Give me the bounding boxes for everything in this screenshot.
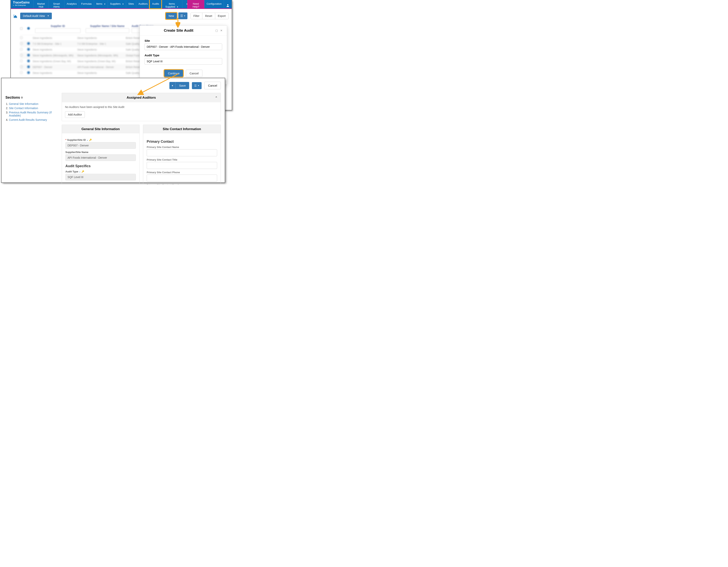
hamburger-icon: ☰ (180, 14, 183, 18)
dialog-title: Create Site Audit (143, 28, 214, 33)
nav-user-menu[interactable] (224, 0, 232, 8)
assigned-empty-text: No Auditors have been assigned to this S… (65, 105, 218, 108)
create-site-audit-dialog: Create Site Audit ▢ ✕ Site Audit Type Co… (140, 25, 227, 84)
primary-phone-field[interactable] (147, 174, 217, 181)
dialog-header: Create Site Audit ▢ ✕ (140, 26, 227, 36)
brand: TraceGains 1. SM Enterprise (11, 0, 33, 8)
detail-options-button[interactable]: ☰ ▼ (192, 82, 202, 89)
brand-name: TraceGains (13, 1, 31, 4)
caret-down-icon: ▼ (171, 84, 173, 87)
supplier-name-label: Supplier/Site Name (65, 151, 136, 154)
user-icon (226, 4, 230, 7)
nav-analytics[interactable]: Analytics (64, 0, 79, 8)
assigned-auditors-panel: Assigned Auditors ⌃ No Auditors have bee… (62, 93, 221, 121)
filter-supplier-id[interactable] (35, 28, 81, 33)
new-button-group: New (166, 13, 177, 19)
maximize-icon[interactable]: ▢ (214, 29, 219, 32)
nav-audits[interactable]: Audits (150, 0, 161, 8)
site-input[interactable] (145, 43, 222, 50)
chart-icon[interactable] (11, 13, 20, 18)
caret-down-icon: ▼ (177, 6, 178, 8)
reset-button[interactable]: Reset (202, 13, 215, 19)
nav-market-hub[interactable]: Market Hub (33, 0, 49, 8)
supplier-id-label: *Supplier/Site ID ⌄ 🔑 (65, 138, 136, 141)
detail-cancel-button[interactable]: Cancel (204, 82, 221, 89)
supplier-name-field[interactable] (65, 154, 136, 161)
nav-items[interactable]: Items▼ (94, 0, 108, 8)
detail-main: Assigned Auditors ⌃ No Auditors have bee… (62, 93, 221, 184)
nav-configuration[interactable]: Configuration (204, 0, 224, 8)
assigned-auditors-header[interactable]: Assigned Auditors ⌃ (62, 93, 221, 102)
top-nav: TraceGains 1. SM Enterprise Market Hub S… (11, 0, 232, 8)
annotation-arrow-1 (176, 17, 180, 28)
caret-down-icon: ▼ (47, 15, 49, 17)
key-icon: 🔑 (81, 170, 84, 173)
section-link-3[interactable]: Previous Audit Results Summary (If Avail… (9, 111, 58, 117)
primary-phone-label: Primary Site Contact Phone (147, 171, 217, 174)
primary-name-label: Primary Site Contact Name (147, 146, 217, 148)
nav-items-supplied[interactable]: Items Supplied▼ (161, 0, 182, 8)
nav-suppliers[interactable]: Suppliers▼ (108, 0, 126, 8)
primary-contact-heading: Primary Contact (147, 140, 217, 144)
nav-smart-alerts[interactable]: Smart Alerts (49, 0, 64, 8)
continue-button[interactable]: Continue (164, 70, 183, 77)
chevron-up-icon: ⌃ (215, 96, 218, 100)
brand-sub: 1. SM Enterprise (13, 4, 31, 6)
audits-toolbar: Default Audit View ▼ New ☰ ▼ Filter Rese… (11, 9, 232, 22)
default-view-button[interactable]: Default Audit View ▼ (20, 13, 52, 19)
site-contact-info-card: Site Contact Information Primary Contact… (143, 125, 221, 184)
audit-type-input[interactable] (145, 58, 222, 65)
general-site-info-header: General Site Information (62, 125, 139, 133)
nav-formulas[interactable]: Formulas (79, 0, 94, 8)
caret-down-icon: ▼ (122, 3, 124, 5)
svg-rect-2 (15, 15, 16, 17)
audit-type-label: Audit Type (145, 54, 222, 57)
chevron-down-icon[interactable]: ⌄ (79, 170, 81, 173)
sections-sidebar: Sections ⚙ General Site Information Site… (5, 93, 58, 184)
detail-toolbar: ▼ Save ☰ ▼ Cancel (2, 78, 225, 93)
site-label: Site (145, 39, 222, 42)
section-link-1[interactable]: General Site Information (9, 102, 58, 105)
new-button[interactable]: New (166, 13, 177, 19)
primary-email-label: Primary Site Contact Email (147, 183, 217, 184)
primary-title-field[interactable] (147, 162, 217, 169)
nav-sites[interactable]: Sites (126, 0, 136, 8)
caret-down-icon: ▼ (104, 3, 106, 5)
general-site-info-card: General Site Information *Supplier/Site … (62, 125, 140, 184)
export-button[interactable]: Export (215, 13, 228, 19)
nav-auditors[interactable]: Auditors (136, 0, 150, 8)
key-icon: 🔑 (89, 139, 92, 141)
chevron-down-icon[interactable]: ⌄ (87, 139, 88, 141)
cancel-button[interactable]: Cancel (186, 70, 202, 77)
save-button-group: ▼ Save (169, 82, 189, 89)
audit-detail-window: ▼ Save ☰ ▼ Cancel Sections ⚙ General Sit… (2, 78, 225, 182)
svg-rect-1 (15, 16, 15, 17)
save-dropdown[interactable]: ▼ (169, 82, 176, 89)
audit-type-field[interactable] (65, 174, 136, 180)
section-link-2[interactable]: Site Contact Information (9, 107, 58, 110)
caret-down-icon: ▼ (184, 15, 185, 17)
nav-need-help[interactable]: Need Help? (187, 0, 204, 8)
add-auditor-button[interactable]: Add Auditor (65, 111, 85, 118)
nav-more[interactable]: ▼ (182, 0, 187, 8)
close-icon[interactable]: ✕ (219, 29, 224, 32)
action-button-group: Filter Reset Export (191, 13, 229, 19)
caret-down-icon: ▼ (198, 85, 199, 87)
audit-type-label-detail: Audit Type ⌄ 🔑 (65, 170, 136, 173)
primary-title-label: Primary Site Contact Title (147, 158, 217, 161)
svg-point-0 (227, 4, 228, 5)
filter-button[interactable]: Filter (191, 13, 202, 19)
primary-name-field[interactable] (147, 149, 217, 156)
site-contact-info-header: Site Contact Information (143, 125, 221, 133)
supplier-id-field[interactable] (65, 142, 136, 149)
audit-specifics-heading: Audit Specifics (65, 164, 136, 168)
filter-supplier-name[interactable] (86, 28, 129, 33)
save-button[interactable]: Save (176, 82, 189, 89)
hamburger-icon: ☰ (194, 84, 197, 87)
svg-rect-3 (16, 16, 17, 17)
sections-title: Sections ⚙ (5, 95, 58, 100)
gear-icon[interactable]: ⚙ (21, 96, 23, 99)
section-link-4[interactable]: Current Audit Results Summary (9, 118, 58, 121)
